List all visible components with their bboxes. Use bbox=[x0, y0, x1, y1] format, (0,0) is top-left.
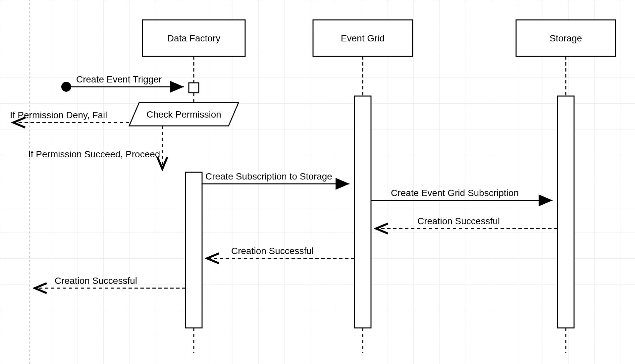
participant-label: Storage bbox=[550, 33, 582, 43]
message-label: If Permission Deny, Fail bbox=[10, 110, 107, 120]
small-activation bbox=[189, 83, 199, 93]
participant-event-grid: Event Grid bbox=[313, 20, 412, 56]
message-label: Create Event Grid Subscription bbox=[391, 188, 519, 198]
activation-event-grid bbox=[354, 96, 371, 328]
participant-label: Event Grid bbox=[341, 33, 385, 43]
message-label: Creation Successful bbox=[231, 246, 314, 256]
message-label: Creation Successful bbox=[417, 216, 500, 226]
message-label: Create Subscription to Storage bbox=[205, 171, 332, 182]
participant-data-factory: Data Factory bbox=[142, 20, 245, 56]
message-label: Create Event Trigger bbox=[76, 74, 162, 84]
sequence-diagram: Data Factory Event Grid Storage Create E… bbox=[0, 0, 635, 364]
message-label: Creation Successful bbox=[55, 276, 137, 286]
activation-storage bbox=[557, 96, 574, 328]
message-label: If Permission Succeed, Proceed bbox=[28, 149, 160, 159]
activation-data-factory bbox=[185, 172, 202, 328]
message-label: Check Permission bbox=[146, 109, 221, 120]
participant-storage: Storage bbox=[516, 20, 615, 56]
start-point bbox=[61, 82, 71, 92]
participant-label: Data Factory bbox=[167, 33, 220, 43]
